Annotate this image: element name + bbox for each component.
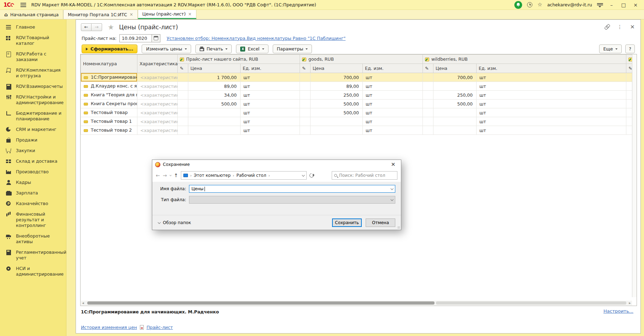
cell-unit-site[interactable]: шт	[241, 73, 300, 82]
cell-price-goods[interactable]: 700,00	[311, 73, 363, 82]
scroll-left-icon[interactable]: ◀	[81, 302, 85, 305]
table-row[interactable]: Книга "Теория для п...<характеристики...…	[81, 91, 633, 100]
cell-edit[interactable]	[178, 117, 188, 126]
cell-edit[interactable]	[423, 117, 433, 126]
sidebar-item-person[interactable]: Кадры	[0, 180, 66, 185]
cell-unit-goods[interactable]: шт	[363, 82, 423, 91]
sidebar-item-factory[interactable]: Производство	[0, 169, 66, 175]
sidebar-item-menu[interactable]: Главное	[0, 24, 66, 30]
cell-empty[interactable]	[626, 108, 633, 117]
main-menu-icon[interactable]	[20, 5, 26, 5]
close-window-button[interactable]: ×	[632, 1, 639, 8]
cell-edit[interactable]	[423, 82, 433, 91]
cell-unit-goods[interactable]: шт	[363, 126, 423, 135]
tab-prices[interactable]: Цены (прайс-лист) ×	[138, 10, 196, 19]
get-link-icon[interactable]	[603, 23, 611, 31]
excel-button[interactable]: X Excel	[236, 44, 268, 53]
cell-price-wb[interactable]	[433, 126, 477, 135]
cell-price-goods[interactable]: 250,00	[311, 91, 363, 100]
change-prices-button[interactable]: Изменить цены	[142, 44, 191, 53]
cell-unit-goods[interactable]: шт	[363, 91, 423, 100]
sidebar-item-grid2[interactable]: Склад и доставка	[0, 158, 66, 164]
functions-menu-icon[interactable]	[597, 3, 603, 7]
cell-edit[interactable]	[300, 126, 311, 135]
more-button[interactable]: Еще	[599, 44, 622, 53]
resize-grip[interactable]	[398, 227, 400, 229]
cell-unit-site[interactable]: шт	[241, 108, 300, 117]
cell-price-wb[interactable]: 700,00	[433, 73, 477, 82]
cell-characteristic[interactable]: <характеристики...	[137, 100, 178, 108]
table-row[interactable]: Тестовый товар<характеристики...шт500,00…	[81, 108, 633, 117]
cell-price-site[interactable]: 500,00	[188, 100, 241, 108]
cell-price-site[interactable]: 1 700,00	[188, 73, 241, 82]
cell-characteristic[interactable]: <характеристики...	[137, 117, 178, 126]
breadcrumb-this-pc[interactable]: Этот компьютер	[194, 173, 231, 178]
more-menu-icon[interactable]: ⋮	[618, 24, 622, 29]
sidebar-item-reg[interactable]: Регламентированный учет	[0, 250, 66, 261]
sidebar-item-cart[interactable]: Закупки	[0, 148, 66, 154]
col-header-nomenclature[interactable]: Номенклатура	[81, 55, 137, 73]
tab-close-icon[interactable]: ×	[188, 12, 192, 17]
recent-locations-icon[interactable]	[170, 174, 172, 176]
cell-empty[interactable]	[626, 126, 633, 135]
tab-close-icon[interactable]: ×	[130, 12, 133, 17]
edit-pencil-icon[interactable]: ✎	[300, 64, 311, 73]
browse-folders-toggle[interactable]: Обзор папок	[158, 220, 191, 225]
close-form-icon[interactable]: ×	[630, 24, 635, 30]
table-row[interactable]: Тестовый товар 2<характеристики...штштшт	[81, 126, 633, 135]
edit-pencil-icon[interactable]: ✎	[423, 64, 433, 73]
price-group-header-site[interactable]: Прайс-лист нашего сайта, RUB	[178, 55, 300, 64]
cell-edit[interactable]	[300, 91, 311, 100]
sidebar-item-gear[interactable]: НСИ и администрирование	[0, 266, 66, 277]
cell-unit-site[interactable]: шт	[241, 82, 300, 91]
breadcrumb-desktop[interactable]: Рабочий стол	[236, 173, 266, 178]
dialog-forward-icon[interactable]: →	[163, 173, 167, 178]
up-folder-icon[interactable]: ↑	[174, 173, 178, 178]
sidebar-item-pie[interactable]: CRM и маркетинг	[0, 127, 66, 132]
cell-edit[interactable]	[300, 73, 311, 82]
cell-empty[interactable]	[626, 82, 633, 91]
cell-unit-goods[interactable]: шт	[363, 100, 423, 108]
cell-price-site[interactable]: 89,00	[188, 82, 241, 91]
cell-edit[interactable]	[178, 126, 188, 135]
scroll-right-icon[interactable]: ▶	[628, 302, 632, 305]
cell-unit-goods[interactable]: шт	[363, 117, 423, 126]
cell-edit[interactable]	[300, 82, 311, 91]
sidebar-item-doc[interactable]: RDV:Работа с заказами	[0, 51, 66, 62]
pricelist-link[interactable]: Прайс-лист	[147, 325, 173, 330]
cell-nomenclature[interactable]: Книга Секреты проф...	[81, 100, 137, 108]
cell-price-goods[interactable]	[311, 126, 363, 135]
cell-edit[interactable]	[423, 108, 433, 117]
cell-characteristic[interactable]: <характеристики...	[137, 108, 178, 117]
cell-unit-wb[interactable]: шт	[477, 117, 626, 126]
cell-price-goods[interactable]: 89,00	[311, 82, 363, 91]
sidebar-item-trolley[interactable]: RDV:Комплектация и отгрузка	[0, 67, 66, 79]
maximize-button[interactable]: □	[620, 1, 627, 8]
cell-nomenclature[interactable]: Книга "Теория для п...	[81, 91, 137, 100]
cell-price-wb[interactable]: 250,00	[433, 91, 477, 100]
address-bar[interactable]: › Этот компьютер › Рабочий стол ›	[181, 171, 307, 180]
col-header-unit-site[interactable]: Ед. изм.	[241, 64, 300, 73]
notifications-bell-icon[interactable]	[514, 1, 522, 9]
edit-pencil-icon[interactable]: ✎	[178, 64, 188, 73]
sidebar-item-chart[interactable]: Финансовый результат и контроллинг	[0, 211, 66, 228]
cell-price-site[interactable]: 34,00	[188, 91, 241, 100]
tab-its-monitor[interactable]: Монитор Портала 1С:ИТС ×	[63, 10, 138, 19]
cell-characteristic[interactable]: <характеристики...	[137, 82, 178, 91]
cell-nomenclature[interactable]: Тестовый товар 1	[81, 117, 137, 126]
cell-edit[interactable]	[423, 100, 433, 108]
cell-unit-wb[interactable]: шт	[477, 73, 626, 82]
cell-edit[interactable]	[423, 91, 433, 100]
cell-price-wb[interactable]	[433, 108, 477, 117]
vertical-scrollbar[interactable]	[632, 54, 637, 297]
cell-price-wb[interactable]: 500,00	[433, 100, 477, 108]
cell-edit[interactable]	[423, 73, 433, 82]
filter-link[interactable]: Установлен отбор: Номенклатура.Вид номен…	[167, 36, 345, 41]
filename-input[interactable]: Цены	[189, 185, 395, 193]
cell-price-site[interactable]	[188, 108, 241, 117]
save-button[interactable]: Сохранить	[332, 218, 362, 227]
cell-empty[interactable]	[626, 91, 633, 100]
table-row[interactable]: Д.Клаудер конс. с я...<характеристики...…	[81, 82, 633, 91]
favorites-star-icon[interactable]: ☆	[537, 2, 542, 7]
cell-unit-site[interactable]: шт	[241, 100, 300, 108]
